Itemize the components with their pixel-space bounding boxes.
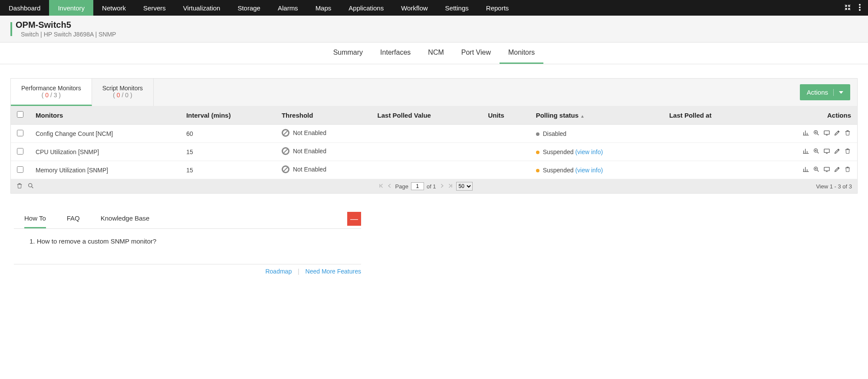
link-separator: |: [298, 268, 299, 275]
delete-icon[interactable]: [844, 148, 851, 156]
edit-icon[interactable]: [834, 166, 841, 174]
perf-total-count: 3: [54, 92, 57, 99]
zoom-icon[interactable]: [813, 148, 820, 156]
tab-monitors[interactable]: Monitors: [500, 43, 543, 64]
monitor-icon[interactable]: [823, 148, 830, 156]
monitor-name: CPU Utilization [SNMP]: [30, 143, 180, 161]
need-features-link[interactable]: Need More Features: [306, 268, 361, 275]
chart-icon[interactable]: [802, 129, 809, 138]
monitor-icon[interactable]: [823, 129, 830, 138]
col-polling-status[interactable]: Polling status▲: [530, 106, 663, 125]
help-item-text[interactable]: How to remove a custom SNMP monitor?: [37, 237, 157, 245]
delete-icon[interactable]: [844, 129, 851, 138]
nav-alarms[interactable]: Alarms: [269, 0, 307, 16]
tab-port-view[interactable]: Port View: [453, 43, 500, 64]
table-footer: Page of 1 50 View 1 - 3 of 3: [11, 179, 857, 193]
help-tab-faq[interactable]: FAQ: [67, 209, 80, 228]
nav-inventory[interactable]: Inventory: [49, 0, 93, 16]
polling-status: Disabled: [543, 130, 566, 137]
trash-icon[interactable]: [16, 182, 23, 191]
help-section: How To FAQ Knowledge Base — 1. How to re…: [14, 209, 361, 278]
nav-reports[interactable]: Reports: [477, 0, 518, 16]
tab-ncm[interactable]: NCM: [419, 43, 452, 64]
nav-workflow[interactable]: Workflow: [392, 0, 436, 16]
page-size-select[interactable]: 50: [456, 182, 473, 191]
top-nav-items: Dashboard Inventory Network Servers Virt…: [0, 0, 517, 16]
paging-summary: View 1 - 3 of 3: [816, 183, 852, 190]
nav-storage[interactable]: Storage: [229, 0, 269, 16]
help-item-number: 1.: [30, 237, 35, 245]
first-page-icon[interactable]: [378, 183, 384, 190]
nav-dashboard[interactable]: Dashboard: [0, 0, 49, 16]
col-monitors[interactable]: Monitors: [30, 106, 180, 125]
next-page-icon[interactable]: [439, 183, 445, 190]
monitor-interval: 60: [180, 125, 276, 143]
help-tab-kb[interactable]: Knowledge Base: [101, 209, 150, 228]
chart-icon[interactable]: [802, 148, 809, 156]
page-subtitle: Switch | HP Switch J8698A | SNMP: [21, 31, 116, 38]
search-icon[interactable]: [27, 182, 34, 191]
page-input[interactable]: [411, 182, 424, 190]
nav-servers[interactable]: Servers: [135, 0, 174, 16]
tab-summary[interactable]: Summary: [325, 43, 372, 64]
actions-button[interactable]: Actions: [800, 84, 850, 100]
threshold-value: Not Enabled: [293, 166, 326, 173]
help-collapse-button[interactable]: —: [347, 212, 361, 226]
of-label: of 1: [427, 183, 436, 190]
nav-virtualization[interactable]: Virtualization: [174, 0, 229, 16]
script-bad-count: 0: [117, 92, 120, 99]
edit-icon[interactable]: [834, 148, 841, 156]
nav-network[interactable]: Network: [93, 0, 135, 16]
last-polled-at: [663, 143, 755, 161]
not-enabled-icon: [282, 147, 289, 155]
last-page-icon[interactable]: [447, 183, 454, 190]
top-nav-right: [844, 3, 868, 13]
units-value: [482, 161, 529, 179]
edit-icon[interactable]: [834, 129, 841, 138]
monitors-table: Monitors Interval (mins) Threshold Last …: [11, 106, 857, 179]
chevron-down-icon: [839, 91, 843, 94]
nav-settings[interactable]: Settings: [437, 0, 477, 16]
device-tabs: Summary Interfaces NCM Port View Monitor…: [0, 43, 868, 64]
last-polled-value: [372, 125, 482, 143]
svg-point-2: [859, 9, 861, 11]
prev-page-icon[interactable]: [387, 183, 393, 190]
view-info-link[interactable]: (view info): [575, 167, 603, 174]
last-polled-at: [663, 125, 755, 143]
zoom-icon[interactable]: [813, 166, 820, 174]
row-checkbox[interactable]: [17, 130, 23, 136]
last-polled-value: [372, 143, 482, 161]
nav-applications[interactable]: Applications: [340, 0, 392, 16]
polling-status: Suspended: [543, 148, 574, 155]
svg-point-0: [859, 4, 861, 6]
zoom-icon[interactable]: [813, 129, 820, 138]
row-checkbox[interactable]: [17, 148, 23, 155]
not-enabled-icon: [282, 129, 289, 137]
select-all-checkbox[interactable]: [17, 111, 23, 118]
nav-maps[interactable]: Maps: [307, 0, 340, 16]
perf-bad-count: 0: [45, 92, 49, 99]
perf-monitors-tab[interactable]: Performance Monitors ( 0 / 3 ): [11, 79, 92, 106]
col-units[interactable]: Units: [482, 106, 529, 125]
status-dot-icon: [536, 169, 539, 172]
row-checkbox[interactable]: [17, 166, 23, 173]
row-actions: [761, 129, 851, 138]
script-total-count: 0: [125, 92, 128, 99]
col-last-polled-at[interactable]: Last Polled at: [663, 106, 755, 125]
units-value: [482, 143, 529, 161]
collapse-icon[interactable]: [844, 3, 852, 13]
delete-icon[interactable]: [844, 166, 851, 174]
roadmap-link[interactable]: Roadmap: [265, 268, 292, 275]
monitor-icon[interactable]: [823, 166, 830, 174]
view-info-link[interactable]: (view info): [575, 148, 603, 155]
page-header: OPM-Switch5 Switch | HP Switch J8698A | …: [0, 16, 868, 43]
monitors-panel: Performance Monitors ( 0 / 3 ) Script Mo…: [10, 78, 858, 194]
tab-interfaces[interactable]: Interfaces: [372, 43, 419, 64]
col-threshold[interactable]: Threshold: [276, 106, 372, 125]
more-icon[interactable]: [858, 3, 861, 13]
col-last-value[interactable]: Last Polled Value: [372, 106, 482, 125]
chart-icon[interactable]: [802, 166, 809, 174]
help-tab-howto[interactable]: How To: [24, 209, 46, 228]
col-interval[interactable]: Interval (mins): [180, 106, 276, 125]
script-monitors-tab[interactable]: Script Monitors ( 0 / 0 ): [92, 79, 154, 106]
